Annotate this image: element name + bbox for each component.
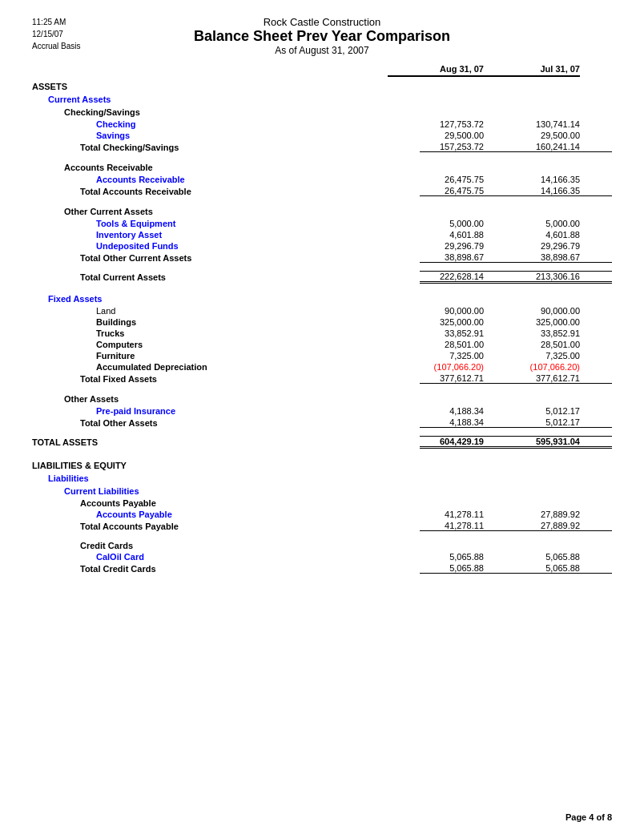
buildings-row: Buildings 325,000.00 325,000.00: [32, 316, 612, 328]
total-fixed-assets-row: Total Fixed Assets 377,612.71 377,612.71: [32, 373, 612, 385]
accum-dep-jul: (107,066.20): [516, 362, 612, 372]
page-number: Page 4 of 8: [566, 812, 612, 822]
checking-aug: 127,753.72: [420, 119, 516, 129]
total-other-current-row: Total Other Current Assets 38,898.67 38,…: [32, 252, 612, 264]
other-current-assets-group-label: Other Current Assets: [32, 207, 612, 216]
furniture-label: Furniture: [96, 351, 420, 361]
current-assets-label: Current Assets: [32, 95, 612, 104]
fixed-assets-label: Fixed Assets: [32, 294, 612, 304]
date: 12/15/07: [32, 30, 63, 38]
accounts-payable-jul: 27,889.92: [516, 510, 612, 519]
total-other-current-label: Total Other Current Assets: [80, 253, 420, 263]
prepaid-label: Pre-paid Insurance: [96, 406, 420, 416]
accounts-payable-label: Accounts Payable: [96, 510, 420, 519]
total-checking-savings-aug: 157,253.72: [420, 142, 516, 152]
caloil-jul: 5,065.88: [516, 552, 612, 562]
computers-aug: 28,501.00: [420, 340, 516, 349]
liabilities-label: Liabilities: [32, 473, 612, 483]
basis: Accrual Basis: [32, 42, 81, 50]
computers-label: Computers: [96, 340, 420, 349]
total-other-current-jul: 38,898.67: [516, 252, 612, 263]
total-assets-row: TOTAL ASSETS 604,429.19 595,931.04: [32, 435, 612, 449]
column-headers: Aug 31, 07 Jul 31, 07: [32, 64, 612, 77]
current-liabilities-label: Current Liabilities: [32, 486, 612, 496]
total-accounts-payable-jul: 27,889.92: [516, 521, 612, 531]
buildings-aug: 325,000.00: [420, 317, 516, 327]
total-checking-savings-label: Total Checking/Savings: [80, 143, 420, 152]
savings-label: Savings: [96, 131, 420, 140]
furniture-row: Furniture 7,325.00 7,325.00: [32, 350, 612, 361]
report-header: Rock Castle Construction Balance Sheet P…: [32, 16, 612, 56]
total-other-assets-jul: 5,012.17: [516, 417, 612, 428]
time: 11:25 AM: [32, 18, 66, 26]
accum-dep-label: Accumulated Depreciation: [96, 362, 420, 372]
caloil-label: CalOil Card: [96, 552, 420, 562]
total-accounts-payable-label: Total Accounts Payable: [80, 522, 420, 531]
furniture-jul: 7,325.00: [516, 351, 612, 361]
land-aug: 90,000.00: [420, 306, 516, 316]
tools-label: Tools & Equipment: [96, 219, 420, 228]
prepaid-jul: 5,012.17: [516, 406, 612, 416]
checking-savings-label: Checking/Savings: [32, 107, 612, 117]
accounts-receivable-aug: 26,475.75: [420, 175, 516, 184]
total-other-current-aug: 38,898.67: [420, 252, 516, 263]
header-meta: 11:25 AM 12/15/07 Accrual Basis: [32, 16, 81, 52]
savings-row: Savings 29,500.00 29,500.00: [32, 130, 612, 141]
accum-dep-row: Accumulated Depreciation (107,066.20) (1…: [32, 361, 612, 373]
accounts-payable-aug: 41,278.11: [420, 510, 516, 519]
trucks-label: Trucks: [96, 328, 420, 338]
land-jul: 90,000.00: [516, 306, 612, 316]
savings-aug: 29,500.00: [420, 131, 516, 140]
tools-row: Tools & Equipment 5,000.00 5,000.00: [32, 218, 612, 229]
total-checking-savings-row: Total Checking/Savings 157,253.72 160,24…: [32, 141, 612, 153]
tools-aug: 5,000.00: [420, 219, 516, 228]
checking-jul: 130,741.14: [516, 119, 612, 129]
accum-dep-aug: (107,066.20): [420, 362, 516, 372]
total-accounts-payable-aug: 41,278.11: [420, 521, 516, 531]
total-assets-jul: 595,931.04: [516, 436, 612, 449]
tools-jul: 5,000.00: [516, 219, 612, 228]
total-credit-cards-aug: 5,065.88: [420, 563, 516, 574]
inventory-jul: 4,601.88: [516, 230, 612, 240]
liabilities-equity-label: LIABILITIES & EQUITY: [32, 461, 612, 470]
checking-row: Checking 127,753.72 130,741.14: [32, 119, 612, 130]
total-assets-label: TOTAL ASSETS: [32, 437, 420, 447]
total-current-assets-row: Total Current Assets 222,628.14 213,306.…: [32, 270, 612, 284]
total-credit-cards-jul: 5,065.88: [516, 563, 612, 574]
report-title: Balance Sheet Prev Year Comparison: [32, 28, 612, 45]
undeposited-row: Undeposited Funds 29,296.79 29,296.79: [32, 240, 612, 252]
inventory-aug: 4,601.88: [420, 230, 516, 240]
total-assets-aug: 604,429.19: [420, 436, 516, 449]
total-accounts-receivable-aug: 26,475.75: [420, 186, 516, 196]
prepaid-aug: 4,188.34: [420, 406, 516, 416]
total-current-assets-aug: 222,628.14: [420, 271, 516, 284]
undeposited-jul: 29,296.79: [516, 241, 612, 251]
col-header-jul: Jul 31, 07: [484, 64, 580, 77]
total-current-assets-label: Total Current Assets: [80, 272, 420, 282]
inventory-label: Inventory Asset: [96, 230, 420, 240]
accounts-receivable-sub-label: Accounts Receivable: [96, 175, 420, 184]
total-checking-savings-jul: 160,241.14: [516, 142, 612, 152]
total-other-assets-label: Total Other Assets: [80, 418, 420, 428]
other-assets-group-label: Other Assets: [32, 394, 612, 404]
furniture-aug: 7,325.00: [420, 351, 516, 361]
caloil-row: CalOil Card 5,065.88 5,065.88: [32, 551, 612, 562]
land-row: Land 90,000.00 90,000.00: [32, 305, 612, 316]
buildings-label: Buildings: [96, 317, 420, 327]
computers-row: Computers 28,501.00 28,501.00: [32, 339, 612, 350]
accounts-receivable-sub-row: Accounts Receivable 26,475.75 14,166.35: [32, 174, 612, 185]
total-current-assets-jul: 213,306.16: [516, 271, 612, 284]
company-name: Rock Castle Construction: [32, 16, 612, 28]
credit-cards-group-label: Credit Cards: [32, 541, 612, 550]
total-other-assets-aug: 4,188.34: [420, 417, 516, 428]
computers-jul: 28,501.00: [516, 340, 612, 349]
accounts-receivable-group-label: Accounts Receivable: [32, 163, 612, 172]
accounts-payable-row: Accounts Payable 41,278.11 27,889.92: [32, 509, 612, 520]
total-credit-cards-row: Total Credit Cards 5,065.88 5,065.88: [32, 562, 612, 574]
savings-jul: 29,500.00: [516, 131, 612, 140]
total-accounts-receivable-jul: 14,166.35: [516, 186, 612, 196]
trucks-aug: 33,852.91: [420, 328, 516, 338]
undeposited-label: Undeposited Funds: [96, 241, 420, 251]
total-other-assets-row: Total Other Assets 4,188.34 5,012.17: [32, 417, 612, 429]
total-fixed-assets-label: Total Fixed Assets: [80, 374, 420, 384]
